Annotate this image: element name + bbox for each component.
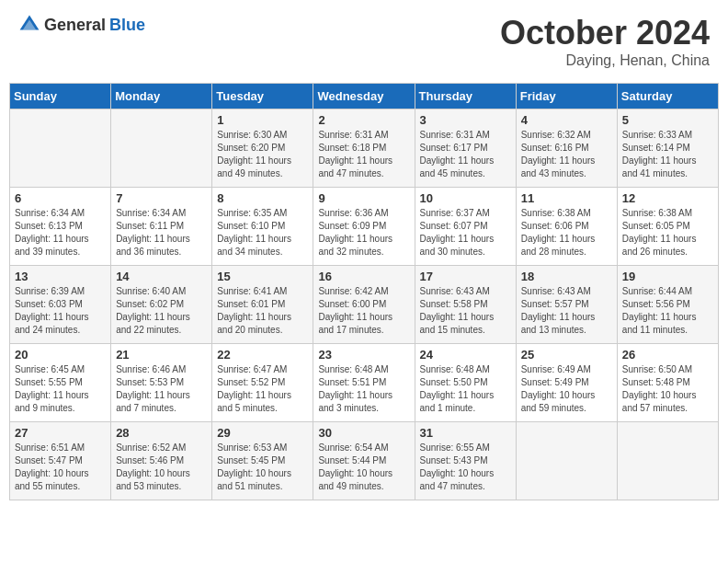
weekday-header-tuesday: Tuesday bbox=[212, 84, 313, 109]
calendar-cell: 7Sunrise: 6:34 AM Sunset: 6:11 PM Daylig… bbox=[111, 188, 212, 266]
day-info: Sunrise: 6:43 AM Sunset: 5:57 PM Dayligh… bbox=[521, 285, 612, 337]
day-number: 12 bbox=[622, 191, 713, 205]
calendar-cell bbox=[111, 109, 212, 188]
day-info: Sunrise: 6:45 AM Sunset: 5:55 PM Dayligh… bbox=[15, 363, 106, 415]
day-number: 29 bbox=[217, 426, 308, 440]
calendar-cell: 18Sunrise: 6:43 AM Sunset: 5:57 PM Dayli… bbox=[516, 266, 617, 344]
day-number: 11 bbox=[521, 191, 612, 205]
day-info: Sunrise: 6:40 AM Sunset: 6:02 PM Dayligh… bbox=[116, 285, 207, 337]
day-info: Sunrise: 6:44 AM Sunset: 5:56 PM Dayligh… bbox=[622, 285, 713, 337]
calendar-cell: 29Sunrise: 6:53 AM Sunset: 5:45 PM Dayli… bbox=[212, 422, 313, 500]
day-info: Sunrise: 6:50 AM Sunset: 5:48 PM Dayligh… bbox=[622, 363, 713, 415]
day-number: 21 bbox=[116, 348, 207, 362]
day-number: 26 bbox=[622, 348, 713, 362]
day-number: 24 bbox=[420, 348, 511, 362]
calendar-cell: 6Sunrise: 6:34 AM Sunset: 6:13 PM Daylig… bbox=[10, 188, 111, 266]
day-info: Sunrise: 6:42 AM Sunset: 6:00 PM Dayligh… bbox=[318, 285, 409, 337]
day-info: Sunrise: 6:51 AM Sunset: 5:47 PM Dayligh… bbox=[15, 442, 106, 493]
logo-general: General bbox=[44, 16, 106, 35]
calendar-cell: 16Sunrise: 6:42 AM Sunset: 6:00 PM Dayli… bbox=[313, 266, 415, 344]
day-number: 31 bbox=[420, 426, 511, 440]
calendar-cell: 19Sunrise: 6:44 AM Sunset: 5:56 PM Dayli… bbox=[617, 266, 718, 344]
weekday-header-row: SundayMondayTuesdayWednesdayThursdayFrid… bbox=[10, 84, 719, 109]
calendar-cell: 17Sunrise: 6:43 AM Sunset: 5:58 PM Dayli… bbox=[415, 266, 516, 344]
calendar-week-5: 27Sunrise: 6:51 AM Sunset: 5:47 PM Dayli… bbox=[10, 422, 719, 500]
day-info: Sunrise: 6:49 AM Sunset: 5:49 PM Dayligh… bbox=[521, 363, 612, 415]
day-number: 18 bbox=[521, 270, 612, 283]
title-block: October 2024 Daying, Henan, China bbox=[500, 14, 710, 69]
day-info: Sunrise: 6:34 AM Sunset: 6:13 PM Dayligh… bbox=[15, 207, 106, 259]
day-info: Sunrise: 6:46 AM Sunset: 5:53 PM Dayligh… bbox=[116, 363, 207, 415]
day-info: Sunrise: 6:52 AM Sunset: 5:46 PM Dayligh… bbox=[116, 442, 207, 493]
day-info: Sunrise: 6:38 AM Sunset: 6:05 PM Dayligh… bbox=[622, 207, 713, 259]
day-number: 10 bbox=[420, 191, 511, 205]
calendar-cell: 13Sunrise: 6:39 AM Sunset: 6:03 PM Dayli… bbox=[10, 266, 111, 344]
calendar-week-2: 6Sunrise: 6:34 AM Sunset: 6:13 PM Daylig… bbox=[10, 188, 719, 266]
day-info: Sunrise: 6:48 AM Sunset: 5:50 PM Dayligh… bbox=[420, 363, 511, 415]
calendar-cell: 15Sunrise: 6:41 AM Sunset: 6:01 PM Dayli… bbox=[212, 266, 313, 344]
calendar-cell: 20Sunrise: 6:45 AM Sunset: 5:55 PM Dayli… bbox=[10, 344, 111, 422]
calendar-week-3: 13Sunrise: 6:39 AM Sunset: 6:03 PM Dayli… bbox=[10, 266, 719, 344]
calendar-cell: 25Sunrise: 6:49 AM Sunset: 5:49 PM Dayli… bbox=[516, 344, 617, 422]
day-info: Sunrise: 6:39 AM Sunset: 6:03 PM Dayligh… bbox=[15, 285, 106, 337]
calendar-cell: 12Sunrise: 6:38 AM Sunset: 6:05 PM Dayli… bbox=[617, 188, 718, 266]
calendar-cell bbox=[10, 109, 111, 188]
calendar-cell: 11Sunrise: 6:38 AM Sunset: 6:06 PM Dayli… bbox=[516, 188, 617, 266]
calendar-cell: 31Sunrise: 6:55 AM Sunset: 5:43 PM Dayli… bbox=[415, 422, 516, 500]
calendar-cell: 21Sunrise: 6:46 AM Sunset: 5:53 PM Dayli… bbox=[111, 344, 212, 422]
calendar-cell: 23Sunrise: 6:48 AM Sunset: 5:51 PM Dayli… bbox=[313, 344, 415, 422]
day-info: Sunrise: 6:36 AM Sunset: 6:09 PM Dayligh… bbox=[318, 207, 409, 259]
day-number: 7 bbox=[116, 191, 207, 205]
location-subtitle: Daying, Henan, China bbox=[500, 52, 710, 69]
day-number: 16 bbox=[318, 270, 409, 283]
weekday-header-friday: Friday bbox=[516, 84, 617, 109]
calendar-cell: 28Sunrise: 6:52 AM Sunset: 5:46 PM Dayli… bbox=[111, 422, 212, 500]
day-number: 27 bbox=[15, 426, 106, 440]
day-info: Sunrise: 6:30 AM Sunset: 6:20 PM Dayligh… bbox=[217, 129, 308, 180]
calendar-cell: 8Sunrise: 6:35 AM Sunset: 6:10 PM Daylig… bbox=[212, 188, 313, 266]
calendar-cell bbox=[617, 422, 718, 500]
calendar-cell: 24Sunrise: 6:48 AM Sunset: 5:50 PM Dayli… bbox=[415, 344, 516, 422]
logo: General Blue bbox=[18, 14, 145, 36]
calendar-week-4: 20Sunrise: 6:45 AM Sunset: 5:55 PM Dayli… bbox=[10, 344, 719, 422]
calendar-cell: 10Sunrise: 6:37 AM Sunset: 6:07 PM Dayli… bbox=[415, 188, 516, 266]
weekday-header-monday: Monday bbox=[111, 84, 212, 109]
calendar-cell: 22Sunrise: 6:47 AM Sunset: 5:52 PM Dayli… bbox=[212, 344, 313, 422]
day-info: Sunrise: 6:31 AM Sunset: 6:17 PM Dayligh… bbox=[420, 129, 511, 180]
day-number: 28 bbox=[116, 426, 207, 440]
weekday-header-wednesday: Wednesday bbox=[313, 84, 415, 109]
page-header: General Blue October 2024 Daying, Henan,… bbox=[9, 9, 719, 74]
calendar-week-1: 1Sunrise: 6:30 AM Sunset: 6:20 PM Daylig… bbox=[10, 109, 719, 188]
day-number: 3 bbox=[420, 113, 511, 127]
calendar-cell: 5Sunrise: 6:33 AM Sunset: 6:14 PM Daylig… bbox=[617, 109, 718, 188]
day-info: Sunrise: 6:55 AM Sunset: 5:43 PM Dayligh… bbox=[420, 442, 511, 493]
logo-icon bbox=[18, 14, 40, 36]
day-number: 9 bbox=[318, 191, 409, 205]
day-number: 6 bbox=[15, 191, 106, 205]
weekday-header-saturday: Saturday bbox=[617, 84, 718, 109]
day-number: 15 bbox=[217, 270, 308, 283]
day-number: 19 bbox=[622, 270, 713, 283]
day-info: Sunrise: 6:37 AM Sunset: 6:07 PM Dayligh… bbox=[420, 207, 511, 259]
day-info: Sunrise: 6:43 AM Sunset: 5:58 PM Dayligh… bbox=[420, 285, 511, 337]
calendar-cell: 3Sunrise: 6:31 AM Sunset: 6:17 PM Daylig… bbox=[415, 109, 516, 188]
day-info: Sunrise: 6:53 AM Sunset: 5:45 PM Dayligh… bbox=[217, 442, 308, 493]
day-info: Sunrise: 6:54 AM Sunset: 5:44 PM Dayligh… bbox=[318, 442, 409, 493]
calendar-cell: 30Sunrise: 6:54 AM Sunset: 5:44 PM Dayli… bbox=[313, 422, 415, 500]
day-number: 4 bbox=[521, 113, 612, 127]
calendar-cell: 2Sunrise: 6:31 AM Sunset: 6:18 PM Daylig… bbox=[313, 109, 415, 188]
calendar-cell: 27Sunrise: 6:51 AM Sunset: 5:47 PM Dayli… bbox=[10, 422, 111, 500]
day-number: 8 bbox=[217, 191, 308, 205]
calendar-cell: 1Sunrise: 6:30 AM Sunset: 6:20 PM Daylig… bbox=[212, 109, 313, 188]
day-number: 20 bbox=[15, 348, 106, 362]
day-info: Sunrise: 6:48 AM Sunset: 5:51 PM Dayligh… bbox=[318, 363, 409, 415]
day-number: 22 bbox=[217, 348, 308, 362]
day-number: 30 bbox=[318, 426, 409, 440]
day-number: 25 bbox=[521, 348, 612, 362]
day-number: 23 bbox=[318, 348, 409, 362]
month-title: October 2024 bbox=[500, 14, 710, 52]
calendar-cell: 4Sunrise: 6:32 AM Sunset: 6:16 PM Daylig… bbox=[516, 109, 617, 188]
day-number: 5 bbox=[622, 113, 713, 127]
day-info: Sunrise: 6:38 AM Sunset: 6:06 PM Dayligh… bbox=[521, 207, 612, 259]
weekday-header-thursday: Thursday bbox=[415, 84, 516, 109]
